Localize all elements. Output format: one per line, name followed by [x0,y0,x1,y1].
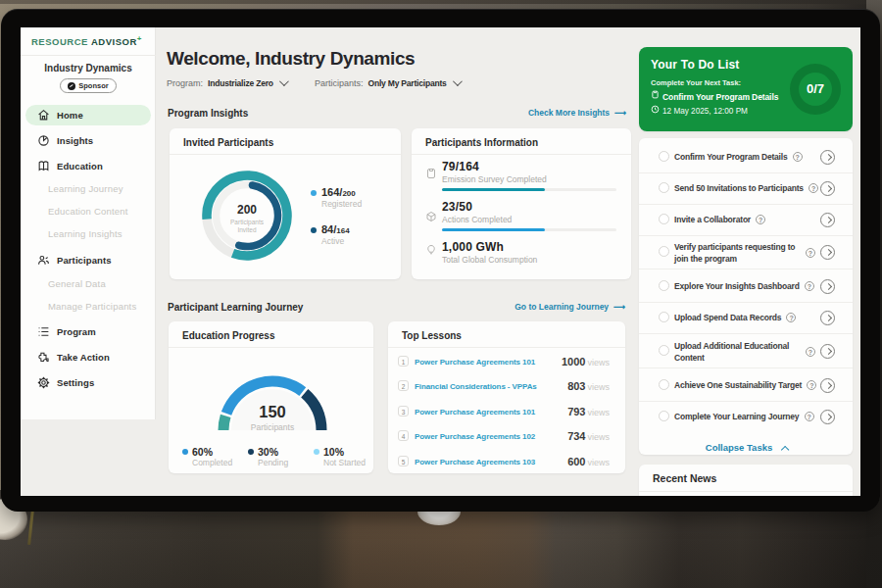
svg-text:Participants: Participants [230,219,265,226]
svg-text:Participants: Participants [251,422,294,432]
svg-text:150: 150 [259,403,286,420]
svg-text:200: 200 [237,203,257,217]
svg-text:Invited: Invited [237,226,257,233]
